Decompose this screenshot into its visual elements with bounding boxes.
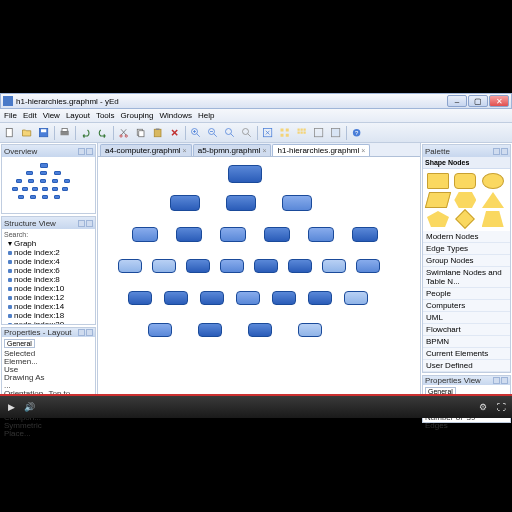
palette-cat[interactable]: Flowchart xyxy=(423,324,510,336)
overview-header[interactable]: Overview xyxy=(2,145,95,157)
grid-icon[interactable] xyxy=(294,125,310,141)
close-button[interactable]: ✕ xyxy=(489,95,509,107)
graph-canvas[interactable] xyxy=(98,157,420,396)
graph-node[interactable] xyxy=(152,259,176,273)
graph-node[interactable] xyxy=(282,195,312,211)
delete-icon[interactable] xyxy=(167,125,183,141)
redo-icon[interactable] xyxy=(95,125,111,141)
menu-tools[interactable]: Tools xyxy=(96,111,115,120)
menu-edit[interactable]: Edit xyxy=(23,111,37,120)
zoom-1-icon[interactable] xyxy=(239,125,255,141)
layout-icon[interactable] xyxy=(277,125,293,141)
graph-node[interactable] xyxy=(170,195,200,211)
graph-node[interactable] xyxy=(186,259,210,273)
graph-node[interactable] xyxy=(220,259,244,273)
palette-cat[interactable]: User Defined xyxy=(423,360,510,372)
tab-a5[interactable]: a5-bpmn.graphml× xyxy=(193,144,272,156)
shape-rect[interactable] xyxy=(427,173,449,189)
overview-canvas[interactable] xyxy=(2,157,95,213)
graph-node[interactable] xyxy=(236,291,260,305)
graph-node[interactable] xyxy=(200,291,224,305)
graph-node[interactable] xyxy=(220,227,246,242)
tab-h1[interactable]: h1-hierarchies.graphml× xyxy=(272,144,370,156)
copy-icon[interactable] xyxy=(133,125,149,141)
menu-windows[interactable]: Windows xyxy=(160,111,192,120)
graph-node[interactable] xyxy=(164,291,188,305)
paste-icon[interactable] xyxy=(150,125,166,141)
fit-icon[interactable] xyxy=(260,125,276,141)
minimize-button[interactable]: – xyxy=(447,95,467,107)
shape-diamond[interactable] xyxy=(455,209,475,229)
save-icon[interactable] xyxy=(36,125,52,141)
graph-node[interactable] xyxy=(248,323,272,337)
shape-pentagon[interactable] xyxy=(427,211,449,227)
graph-node[interactable] xyxy=(344,291,368,305)
palette-cat[interactable]: Edge Types xyxy=(423,243,510,255)
graph-node[interactable] xyxy=(254,259,278,273)
graph-node[interactable] xyxy=(308,227,334,242)
palette-cat[interactable]: BPMN xyxy=(423,336,510,348)
palette-cat[interactable]: Swimlane Nodes and Table N... xyxy=(423,267,510,288)
settings-icon[interactable]: ⚙ xyxy=(476,400,490,414)
undo-icon[interactable] xyxy=(78,125,94,141)
shape-triangle[interactable] xyxy=(482,192,504,208)
menu-view[interactable]: View xyxy=(43,111,60,120)
zoom-out-icon[interactable] xyxy=(205,125,221,141)
structure-header[interactable]: Structure View xyxy=(2,217,95,229)
graph-node[interactable] xyxy=(228,165,262,183)
maximize-button[interactable]: ▢ xyxy=(468,95,488,107)
menu-file[interactable]: File xyxy=(4,111,17,120)
props-body[interactable]: General Selected Elemen... Use Drawing A… xyxy=(2,337,95,440)
graph-node[interactable] xyxy=(128,291,152,305)
print-icon[interactable] xyxy=(57,125,73,141)
menu-grouping[interactable]: Grouping xyxy=(121,111,154,120)
graph-node[interactable] xyxy=(264,227,290,242)
structure-tree[interactable]: ▾Graph node index:2 node index:4 node in… xyxy=(4,239,93,324)
palette-cat[interactable]: Modern Nodes xyxy=(423,231,510,243)
menu-help[interactable]: Help xyxy=(198,111,214,120)
stats-header[interactable]: Properties View xyxy=(423,376,510,385)
palette-header[interactable]: Palette xyxy=(423,145,510,157)
shape-trapezoid[interactable] xyxy=(482,211,504,227)
props-tab-general[interactable]: General xyxy=(4,339,35,348)
volume-icon[interactable]: 🔊 xyxy=(22,400,36,414)
help-icon[interactable]: ? xyxy=(349,125,365,141)
graph-node[interactable] xyxy=(272,291,296,305)
graph-node[interactable] xyxy=(308,291,332,305)
graph-node[interactable] xyxy=(176,227,202,242)
graph-node[interactable] xyxy=(148,323,172,337)
structure-body[interactable]: Search: ▾Graph node index:2 node index:4… xyxy=(2,229,95,324)
props-header[interactable]: Properties - Layout xyxy=(2,328,95,337)
graph-node[interactable] xyxy=(288,259,312,273)
shape-hexagon[interactable] xyxy=(454,192,476,208)
graph-node[interactable] xyxy=(298,323,322,337)
fullscreen-icon[interactable]: ⛶ xyxy=(494,400,508,414)
palette-cat[interactable]: Current Elements xyxy=(423,348,510,360)
graph-node[interactable] xyxy=(198,323,222,337)
play-button[interactable]: ▶ xyxy=(4,400,18,414)
palette-cat[interactable]: Group Nodes xyxy=(423,255,510,267)
menu-layout[interactable]: Layout xyxy=(66,111,90,120)
graph-node[interactable] xyxy=(322,259,346,273)
graph-node[interactable] xyxy=(118,259,142,273)
shape-parallelogram[interactable] xyxy=(425,192,451,208)
palette-cat[interactable]: UML xyxy=(423,312,510,324)
palette-cat[interactable]: People xyxy=(423,288,510,300)
palette-cat[interactable]: Computers xyxy=(423,300,510,312)
toggle2-icon[interactable] xyxy=(328,125,344,141)
zoom-in-icon[interactable] xyxy=(188,125,204,141)
zoom-fit-icon[interactable] xyxy=(222,125,238,141)
shape-ellipse[interactable] xyxy=(482,173,504,189)
graph-node[interactable] xyxy=(352,227,378,242)
graph-node[interactable] xyxy=(226,195,256,211)
toggle-icon[interactable] xyxy=(311,125,327,141)
palette-section[interactable]: Shape Nodes xyxy=(423,157,510,169)
graph-node[interactable] xyxy=(356,259,380,273)
new-icon[interactable] xyxy=(2,125,18,141)
tab-a4[interactable]: a4-computer.graphml× xyxy=(100,144,192,156)
graph-node[interactable] xyxy=(132,227,158,242)
titlebar[interactable]: h1-hierarchies.graphml - yEd – ▢ ✕ xyxy=(0,93,512,109)
shape-rounded-rect[interactable] xyxy=(454,173,476,189)
open-icon[interactable] xyxy=(19,125,35,141)
cut-icon[interactable] xyxy=(116,125,132,141)
